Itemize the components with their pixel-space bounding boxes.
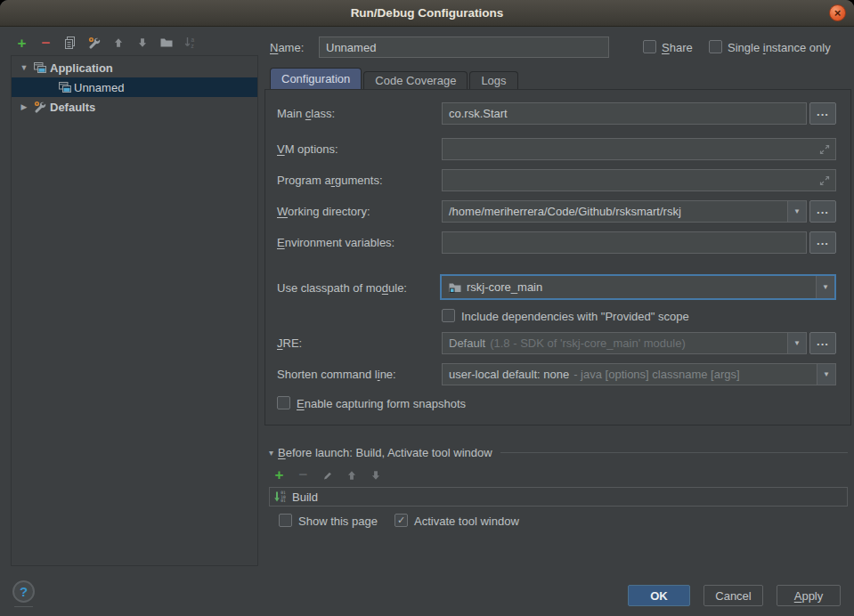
editor-tabs: Configuration Code Coverage Logs (270, 68, 520, 90)
single-instance-label[interactable]: Single instance only (728, 41, 831, 54)
working-directory-browse-button[interactable]: ... (809, 200, 836, 223)
cancel-button[interactable]: Cancel (704, 585, 763, 606)
activate-tool-window-checkbox[interactable]: ✓ (394, 514, 408, 527)
tree-item-unnamed[interactable]: Unnamed (12, 77, 257, 97)
jre-value-detail: (1.8 - SDK of 'rskj-core_main' module) (490, 336, 686, 350)
minus-icon: − (299, 468, 308, 482)
arrow-down-icon (370, 469, 382, 482)
vm-options-input[interactable] (442, 138, 836, 160)
use-classpath-label: Use classpath of module: (277, 281, 407, 295)
plus-icon: + (18, 36, 27, 50)
configuration-tab-panel: Main class: ... VM options: Program argu… (264, 89, 851, 426)
name-label: Name: (270, 41, 304, 54)
apply-button[interactable]: Apply (777, 585, 841, 606)
shorten-value-detail: - java [options] classname [args] (573, 368, 739, 381)
sidebar-toolbar: + − az (14, 35, 198, 51)
remove-task-button[interactable]: − (296, 467, 311, 482)
jre-label: JRE: (277, 336, 302, 350)
jre-browse-button[interactable]: ... (809, 332, 836, 354)
expand-triangle-icon[interactable]: ▼ (19, 63, 29, 72)
copy-icon (63, 36, 77, 50)
capture-snapshots-label[interactable]: Enable capturing form snapshots (297, 397, 466, 410)
dropdown-arrow-icon[interactable]: ▼ (787, 201, 806, 222)
sort-configurations-button[interactable]: az (183, 36, 198, 51)
tree-item-label: Unnamed (74, 81, 124, 94)
tab-code-coverage[interactable]: Code Coverage (363, 71, 468, 90)
use-classpath-combobox[interactable]: rskj-core_main ▼ (440, 274, 836, 300)
expand-field-icon[interactable] (817, 174, 832, 188)
application-icon (33, 61, 47, 75)
dropdown-arrow-icon[interactable]: ▼ (817, 364, 835, 385)
move-task-up-button[interactable] (344, 467, 359, 482)
share-checkbox[interactable] (643, 40, 656, 53)
main-class-label: Main class: (277, 107, 335, 120)
run-debug-configurations-dialog: Run/Debug Configurations × + − az ▼ (0, 0, 854, 616)
show-this-page-label[interactable]: Show this page (298, 515, 378, 528)
titlebar[interactable]: Run/Debug Configurations × (0, 0, 854, 27)
before-launch-header: ▾ Before launch: Build, Activate tool wi… (269, 446, 848, 459)
window-title: Run/Debug Configurations (351, 6, 504, 20)
program-arguments-input[interactable] (442, 169, 836, 191)
minus-icon: − (42, 36, 51, 50)
collapse-triangle-icon[interactable]: ▾ (269, 448, 273, 458)
activate-tool-window-label[interactable]: Activate tool window (414, 515, 519, 528)
copy-configuration-button[interactable] (62, 36, 77, 51)
main-class-browse-button[interactable]: ... (809, 102, 836, 125)
help-underline (14, 606, 33, 607)
before-launch-label[interactable]: Before launch: Build, Activate tool wind… (278, 446, 492, 459)
edit-task-button[interactable] (320, 467, 335, 482)
shorten-value: user-local default: none (449, 368, 569, 381)
edit-defaults-button[interactable] (86, 36, 102, 51)
move-up-button[interactable] (110, 36, 126, 51)
shorten-command-line-combobox[interactable]: user-local default: none - java [options… (442, 363, 836, 385)
before-launch-toolbar: + − (272, 467, 383, 482)
environment-variables-label: Environment variables: (277, 236, 394, 249)
working-directory-label: Working directory: (277, 205, 370, 218)
move-down-button[interactable] (134, 36, 150, 51)
close-button[interactable]: × (829, 4, 846, 21)
collapse-triangle-icon[interactable]: ▶ (19, 102, 29, 111)
pencil-icon (321, 469, 334, 482)
tab-logs[interactable]: Logs (469, 71, 517, 90)
show-this-page-checkbox[interactable] (279, 514, 292, 527)
shorten-command-line-label: Shorten command line: (277, 368, 396, 381)
tree-item-label: Defaults (50, 101, 95, 114)
expand-field-icon[interactable] (817, 142, 832, 157)
capture-snapshots-checkbox[interactable] (277, 396, 290, 409)
sort-az-icon: az (183, 36, 198, 50)
dropdown-arrow-icon[interactable]: ▼ (816, 276, 834, 298)
application-icon (58, 80, 72, 94)
name-input[interactable] (319, 36, 609, 58)
jre-combobox[interactable]: Default (1.8 - SDK of 'rskj-core_main' m… (442, 332, 807, 354)
configuration-editor: Name: Share Single instance only Configu… (264, 27, 854, 571)
tree-item-label: Application (50, 61, 113, 75)
check-icon: ✓ (397, 515, 405, 525)
new-folder-button[interactable] (159, 36, 174, 51)
configurations-tree: ▼ Application Unnamed ▶ Defaults (11, 55, 258, 566)
tab-configuration[interactable]: Configuration (270, 68, 362, 90)
working-directory-combobox[interactable]: /home/meriherrera/Code/Github/rsksmart/r… (442, 200, 807, 223)
before-launch-task-build[interactable]: 011001 Build (269, 487, 848, 507)
add-task-button[interactable]: + (272, 467, 287, 482)
folder-icon (159, 36, 174, 50)
svg-text:a: a (191, 36, 194, 43)
environment-variables-input[interactable] (442, 231, 807, 254)
tree-item-defaults[interactable]: ▶ Defaults (12, 97, 257, 117)
include-dependencies-label[interactable]: Include dependencies with "Provided" sco… (461, 310, 689, 323)
build-icon: 011001 (273, 490, 288, 504)
close-icon: × (834, 7, 842, 19)
plus-icon: + (275, 468, 284, 482)
vm-options-label: VM options: (277, 142, 338, 156)
single-instance-checkbox[interactable] (709, 40, 722, 53)
move-task-down-button[interactable] (368, 467, 383, 482)
tree-item-application[interactable]: ▼ Application (12, 58, 257, 77)
environment-variables-browse-button[interactable]: ... (809, 231, 836, 254)
add-configuration-button[interactable]: + (14, 36, 29, 51)
ok-button[interactable]: OK (628, 585, 690, 606)
include-dependencies-checkbox[interactable] (442, 309, 455, 322)
dropdown-arrow-icon[interactable]: ▼ (787, 333, 806, 353)
share-label[interactable]: Share (662, 41, 693, 54)
help-button[interactable]: ? (12, 580, 35, 603)
main-class-input[interactable] (442, 102, 807, 125)
remove-configuration-button[interactable]: − (38, 36, 53, 51)
